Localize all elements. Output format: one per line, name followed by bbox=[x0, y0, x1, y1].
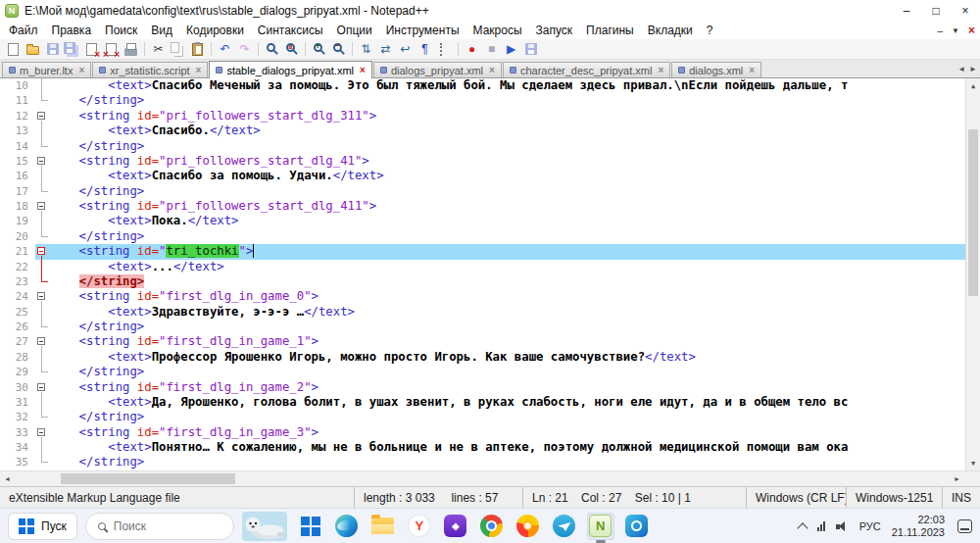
close-file-icon[interactable] bbox=[82, 40, 101, 59]
tab-close-icon[interactable]: × bbox=[360, 65, 366, 75]
fold-margin[interactable] bbox=[35, 78, 50, 93]
fold-margin[interactable] bbox=[35, 184, 50, 199]
new-file-icon[interactable] bbox=[4, 40, 23, 59]
code-text[interactable]: </string> bbox=[50, 320, 965, 334]
code-text[interactable]: </string> bbox=[50, 365, 965, 379]
fold-margin[interactable] bbox=[35, 395, 50, 410]
scroll-up-icon[interactable]: ▲ bbox=[966, 78, 980, 93]
paste-icon[interactable] bbox=[188, 40, 207, 59]
fold-box-icon[interactable] bbox=[37, 112, 45, 120]
blue-app-icon[interactable] bbox=[623, 513, 651, 540]
tab-scroll-right-icon[interactable]: ► bbox=[969, 65, 977, 74]
file-explorer-icon[interactable] bbox=[369, 513, 397, 540]
sync-horizontal-icon[interactable]: ⇄ bbox=[376, 40, 395, 59]
fold-box-icon[interactable] bbox=[37, 202, 45, 210]
menubar-dropdown-icon[interactable]: ▼ bbox=[952, 26, 959, 35]
save-all-icon[interactable] bbox=[63, 40, 81, 59]
show-all-characters-icon[interactable]: ¶ bbox=[416, 40, 434, 59]
code-text[interactable]: <text>Пока.</text> bbox=[50, 214, 965, 228]
tab-character-desc-pripyat-xml[interactable]: character_desc_pripyat.xml× bbox=[503, 62, 670, 77]
close-all-icon[interactable] bbox=[102, 40, 121, 59]
code-text[interactable]: <text>Спасибо Меченый за помощь. Это был… bbox=[50, 78, 965, 93]
fold-margin[interactable] bbox=[35, 305, 50, 320]
scroll-right-icon[interactable]: ► bbox=[950, 471, 964, 486]
restore-button[interactable]: □ bbox=[921, 0, 951, 22]
fold-box-icon[interactable] bbox=[37, 247, 45, 255]
tab-close-icon[interactable]: × bbox=[78, 65, 84, 75]
hidden-icons-chevron-icon[interactable] bbox=[797, 522, 808, 533]
word-wrap-icon[interactable]: ↩ bbox=[396, 40, 415, 59]
fold-margin[interactable] bbox=[35, 455, 50, 469]
menu-item-plugins[interactable]: Плагины bbox=[579, 24, 641, 37]
fold-margin[interactable] bbox=[35, 229, 50, 244]
fold-box-icon[interactable] bbox=[37, 428, 45, 436]
language-indicator[interactable]: РУС bbox=[859, 520, 881, 532]
fold-box-icon[interactable] bbox=[37, 157, 45, 165]
fold-margin[interactable] bbox=[35, 169, 50, 183]
menu-item-macro[interactable]: Макросы bbox=[466, 24, 529, 37]
network-signal-icon[interactable] bbox=[817, 520, 825, 531]
edge-browser-icon[interactable] bbox=[333, 513, 361, 540]
fold-margin[interactable] bbox=[35, 199, 50, 214]
fold-margin[interactable] bbox=[35, 320, 50, 334]
horizontal-scrollbar-thumb[interactable] bbox=[61, 473, 235, 484]
fold-margin[interactable] bbox=[35, 154, 50, 169]
code-text[interactable]: <text>Здравствуйте, э-э-э …</text> bbox=[50, 305, 965, 320]
record-macro-icon[interactable]: ● bbox=[463, 40, 481, 59]
fold-margin[interactable] bbox=[35, 410, 50, 424]
fold-margin[interactable] bbox=[35, 214, 50, 228]
code-text[interactable]: </string> bbox=[50, 410, 965, 424]
vertical-scrollbar[interactable]: ▲ ▼ bbox=[965, 78, 980, 470]
print-icon[interactable] bbox=[122, 40, 140, 59]
code-text[interactable]: <string id="tri_tochki"> bbox=[50, 244, 965, 259]
stop-macro-icon[interactable]: ■ bbox=[482, 40, 501, 59]
fold-margin[interactable] bbox=[35, 440, 50, 455]
fold-margin[interactable] bbox=[35, 350, 50, 365]
fold-box-icon[interactable] bbox=[37, 292, 45, 300]
horizontal-scrollbar[interactable]: ◄ ► bbox=[0, 470, 980, 486]
fold-box-icon[interactable] bbox=[37, 337, 45, 345]
code-text[interactable]: </string> bbox=[50, 455, 965, 469]
menu-item-edit[interactable]: Правка bbox=[45, 24, 99, 37]
start-button[interactable]: Пуск bbox=[8, 513, 77, 540]
fold-margin[interactable] bbox=[35, 244, 50, 259]
code-text[interactable]: </string> bbox=[50, 93, 965, 108]
sync-vertical-icon[interactable]: ⇅ bbox=[357, 40, 375, 59]
notepad-plus-plus-icon[interactable] bbox=[587, 513, 614, 540]
tab-xr-statistic-script[interactable]: xr_statistic.script× bbox=[92, 62, 208, 77]
code-text[interactable]: <text>...</text> bbox=[50, 260, 965, 274]
fold-margin[interactable] bbox=[35, 334, 50, 349]
redo-icon[interactable]: ↷ bbox=[235, 40, 254, 59]
undo-icon[interactable]: ↶ bbox=[216, 40, 234, 59]
code-text[interactable]: </string> bbox=[50, 274, 965, 289]
code-text[interactable]: <string id="pri_followers_start_dlg_41"> bbox=[50, 154, 965, 169]
replace-icon[interactable] bbox=[282, 40, 301, 59]
app-grid-icon[interactable] bbox=[297, 513, 324, 540]
taskbar-search[interactable] bbox=[85, 513, 234, 540]
menubar-minimize-icon[interactable]: – bbox=[938, 25, 944, 36]
menu-item-settings[interactable]: Опции bbox=[330, 24, 379, 37]
code-text[interactable]: <text>Профессор Ярошенко Игорь, можно пр… bbox=[50, 350, 965, 365]
code-text[interactable]: <string id="pri_followers_start_dlg_411"… bbox=[50, 199, 965, 214]
cut-icon[interactable]: ✂ bbox=[149, 40, 168, 59]
tab-m-burer-ltx[interactable]: m_burer.ltx× bbox=[2, 62, 91, 77]
menu-item-run[interactable]: Запуск bbox=[529, 24, 580, 37]
open-file-icon[interactable] bbox=[24, 40, 42, 59]
tab-close-icon[interactable]: × bbox=[658, 65, 663, 75]
telegram-icon[interactable] bbox=[551, 513, 578, 540]
fold-margin[interactable] bbox=[35, 139, 50, 154]
tab-dialogs-pripyat-xml[interactable]: dialogs_pripyat.xml× bbox=[373, 62, 502, 77]
indent-guide-icon[interactable] bbox=[435, 40, 454, 59]
copy-icon[interactable] bbox=[169, 40, 187, 59]
menu-item-help[interactable]: ? bbox=[700, 24, 720, 37]
minimize-button[interactable]: – bbox=[892, 0, 921, 22]
fold-margin[interactable] bbox=[35, 425, 50, 440]
fold-margin[interactable] bbox=[35, 109, 50, 123]
code-text[interactable]: <text>Да, Ярошенко, голова болит, в ушах… bbox=[50, 395, 965, 410]
menu-item-tools[interactable]: Инструменты bbox=[379, 24, 466, 37]
menubar-close-icon[interactable]: × bbox=[968, 24, 975, 37]
menu-item-window[interactable]: Вкладки bbox=[641, 24, 700, 37]
fold-margin[interactable] bbox=[35, 289, 50, 304]
volume-icon[interactable] bbox=[836, 520, 849, 532]
fold-margin[interactable] bbox=[35, 123, 50, 138]
